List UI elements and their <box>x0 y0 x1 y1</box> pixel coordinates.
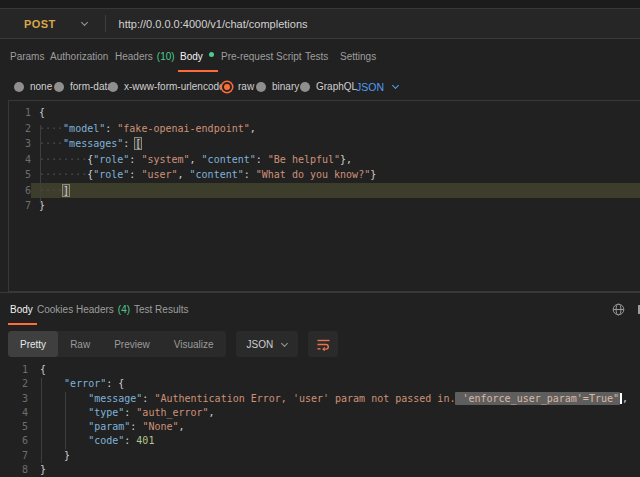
radio-icon <box>54 82 64 92</box>
code-line: 3 "message": "Authentication Error, 'use… <box>0 392 640 406</box>
body-format-dropdown[interactable]: JSON <box>356 73 398 100</box>
tab-tests[interactable]: Tests <box>305 40 328 73</box>
code-text: ····] <box>31 183 640 199</box>
code-text: } <box>31 198 640 214</box>
response-view-toolbar: Pretty Raw Preview Visualize JSON <box>8 331 338 357</box>
code-text: { <box>28 363 640 377</box>
code-line: 5 "param": "None", <box>0 420 640 434</box>
tab-response-body[interactable]: Body <box>10 293 33 326</box>
tab-pre-request-script[interactable]: Pre-request Script <box>221 40 302 73</box>
code-line: 1{ <box>9 105 640 121</box>
response-headers-count-badge: (4) <box>118 304 130 315</box>
radio-icon <box>256 82 266 92</box>
code-text: } <box>28 449 640 463</box>
code-line: 5········{"role": "user", "content": "Wh… <box>9 167 640 183</box>
code-text: ····"model": "fake-openai-endpoint", <box>31 121 640 137</box>
url-input[interactable]: http://0.0.0.0:4000/v1/chat/completions <box>119 18 308 30</box>
radio-binary[interactable]: binary <box>256 73 299 100</box>
code-text: "code": 401 <box>28 434 640 448</box>
code-text: "error": { <box>28 377 640 391</box>
line-number: 5 <box>9 167 31 183</box>
code-line: 4 "type": "auth_error", <box>0 406 640 420</box>
request-tabs: Params Authorization Headers(10) Body Pr… <box>0 40 640 73</box>
code-text: } <box>28 463 640 477</box>
code-line: 4········{"role": "system", "content": "… <box>9 152 640 168</box>
code-text: "type": "auth_error", <box>28 406 640 420</box>
response-section: Body Cookies Headers(4) Test Results Pre… <box>0 292 640 477</box>
indent-guide <box>40 125 41 203</box>
indent-guide <box>65 392 66 449</box>
view-raw[interactable]: Raw <box>58 331 102 357</box>
code-text: "message": "Authentication Error, 'user'… <box>28 392 640 406</box>
code-line: 8} <box>0 463 640 477</box>
selected-text: 'enforce_user_param'=True" <box>455 392 620 405</box>
line-number: 2 <box>9 121 31 137</box>
tab-params[interactable]: Params <box>10 40 44 73</box>
window-top-strip <box>0 0 640 8</box>
line-number: 4 <box>9 152 31 168</box>
line-number: 2 <box>0 377 28 391</box>
code-line: 7} <box>9 198 640 214</box>
code-line: 2 "error": { <box>0 377 640 391</box>
line-number: 5 <box>0 420 28 434</box>
chevron-down-icon <box>281 339 288 346</box>
radio-raw[interactable]: raw <box>222 73 254 100</box>
view-preview[interactable]: Preview <box>102 331 162 357</box>
method-selector[interactable]: POST <box>24 18 56 30</box>
radio-x-www-form-urlencoded[interactable]: x-www-form-urlencoded <box>108 73 230 100</box>
chevron-down-icon[interactable] <box>81 19 88 26</box>
view-pretty[interactable]: Pretty <box>8 331 58 357</box>
code-line: 1{ <box>0 363 640 377</box>
indent-guide <box>41 378 42 463</box>
view-visualize[interactable]: Visualize <box>162 331 226 357</box>
line-number: 4 <box>0 406 28 420</box>
tab-settings[interactable]: Settings <box>340 40 376 73</box>
radio-icon <box>14 82 24 92</box>
request-url-bar: POST http://0.0.0.0:4000/v1/chat/complet… <box>0 8 640 39</box>
line-number: 3 <box>9 136 31 152</box>
unsaved-dot-icon <box>209 52 214 57</box>
code-line: 7 } <box>0 449 640 463</box>
code-text: "param": "None", <box>28 420 640 434</box>
tab-response-headers[interactable]: Headers(4) <box>76 293 130 326</box>
tab-authorization[interactable]: Authorization <box>50 40 108 73</box>
radio-form-data[interactable]: form-data <box>54 73 113 100</box>
code-line: 3····"messages": [ <box>9 136 640 152</box>
line-number: 1 <box>0 363 28 377</box>
globe-icon[interactable] <box>612 303 625 318</box>
line-number: 8 <box>0 463 28 477</box>
chevron-down-icon <box>392 82 399 89</box>
request-body-editor[interactable]: 1{2····"model": "fake-openai-endpoint",3… <box>8 100 640 292</box>
line-number: 3 <box>0 392 28 406</box>
line-number: 6 <box>9 183 31 199</box>
view-mode-switcher: Pretty Raw Preview Visualize <box>8 331 226 357</box>
response-format-dropdown[interactable]: JSON <box>236 331 299 357</box>
wrap-text-icon <box>316 338 331 351</box>
code-line: 6 "code": 401 <box>0 434 640 448</box>
headers-count-badge: (10) <box>157 51 175 62</box>
tab-body[interactable]: Body <box>180 40 214 73</box>
radio-graphql[interactable]: GraphQL <box>300 73 357 100</box>
code-text: { <box>31 105 640 121</box>
tab-test-results[interactable]: Test Results <box>134 293 188 326</box>
tab-headers[interactable]: Headers(10) <box>115 40 175 73</box>
line-number: 7 <box>9 198 31 214</box>
code-line: 2····"model": "fake-openai-endpoint", <box>9 121 640 137</box>
code-line: 6····] <box>9 183 640 199</box>
code-text: ····"messages": [ <box>31 136 640 152</box>
body-type-bar: none form-data x-www-form-urlencoded raw… <box>0 73 640 100</box>
line-number: 7 <box>0 449 28 463</box>
radio-icon <box>300 82 310 92</box>
response-tabs: Body Cookies Headers(4) Test Results <box>0 293 640 326</box>
radio-selected-icon <box>222 82 232 92</box>
line-number: 6 <box>0 434 28 448</box>
code-text: ········{"role": "system", "content": "B… <box>31 152 640 168</box>
wrap-text-button[interactable] <box>308 331 338 357</box>
divider <box>105 15 106 32</box>
radio-icon <box>108 82 118 92</box>
line-number: 1 <box>9 105 31 121</box>
code-text: ········{"role": "user", "content": "Wha… <box>31 167 640 183</box>
radio-none[interactable]: none <box>14 73 52 100</box>
tab-cookies[interactable]: Cookies <box>37 293 73 326</box>
response-body-editor[interactable]: 1{2 "error": {3 "message": "Authenticati… <box>0 361 640 477</box>
